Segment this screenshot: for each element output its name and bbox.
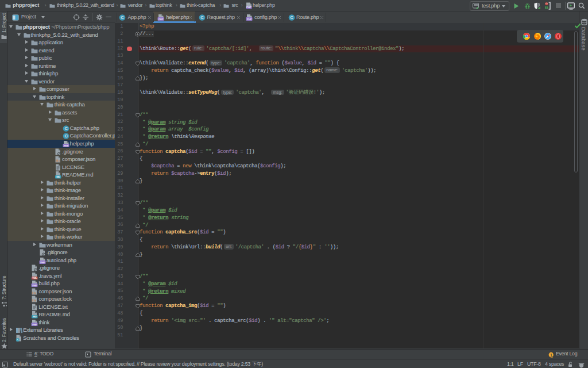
svg-text:PHP: PHP: [246, 6, 251, 9]
svg-text:1: 1: [550, 352, 552, 356]
